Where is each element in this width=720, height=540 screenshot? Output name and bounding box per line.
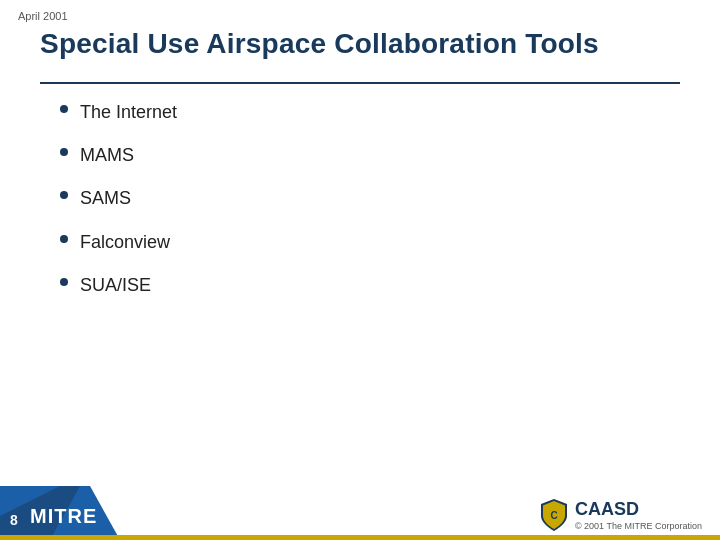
caasd-text: CAASD © 2001 The MITRE Corporation: [575, 500, 702, 531]
caasd-shield-icon: C: [539, 498, 569, 532]
mitre-logo: MITRE: [30, 505, 97, 528]
copyright-text: © 2001 The MITRE Corporation: [575, 521, 702, 531]
bullet-dot-icon: [60, 235, 68, 243]
svg-text:C: C: [550, 510, 557, 521]
bullet-item: Falconview: [60, 230, 660, 255]
bullet-item: MAMS: [60, 143, 660, 168]
bullet-text: SUA/ISE: [80, 273, 151, 298]
bottom-stripe: [0, 535, 720, 540]
caasd-logo: C CAASD © 2001 The MITRE Corporation: [539, 498, 702, 532]
bullet-text: MAMS: [80, 143, 134, 168]
bullet-item: SAMS: [60, 186, 660, 211]
bullet-item: SUA/ISE: [60, 273, 660, 298]
title-divider: [40, 82, 680, 84]
slide-date: April 2001: [18, 10, 68, 22]
bullet-text: SAMS: [80, 186, 131, 211]
caasd-label-text: CAASD: [575, 500, 639, 518]
bullet-dot-icon: [60, 105, 68, 113]
bullet-dot-icon: [60, 148, 68, 156]
title-area: Special Use Airspace Collaboration Tools: [40, 28, 680, 60]
bullet-text: Falconview: [80, 230, 170, 255]
slide: April 2001 Special Use Airspace Collabor…: [0, 0, 720, 540]
bullet-text: The Internet: [80, 100, 177, 125]
bullet-list: The InternetMAMSSAMSFalconviewSUA/ISE: [60, 100, 660, 316]
bullet-item: The Internet: [60, 100, 660, 125]
bullet-dot-icon: [60, 278, 68, 286]
page-number: 8: [10, 512, 18, 528]
bullet-dot-icon: [60, 191, 68, 199]
slide-title: Special Use Airspace Collaboration Tools: [40, 28, 680, 60]
